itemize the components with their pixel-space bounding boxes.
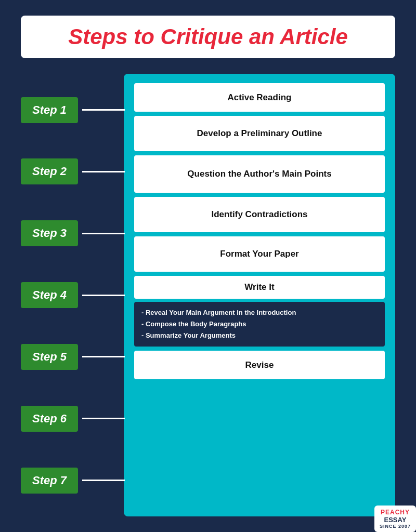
- step-row-3: Step 3: [21, 210, 125, 257]
- logo-top: PEACHY: [381, 509, 410, 516]
- right-panel: Active Reading Develop a Preliminary Out…: [124, 74, 395, 516]
- step-line-6: [82, 418, 125, 419]
- step-badge-6: Step 6: [21, 406, 78, 432]
- step-row-1: Step 1: [21, 87, 125, 134]
- step-row-5: Step 5: [21, 334, 125, 380]
- step-line-1: [82, 109, 125, 111]
- step6-sub3: - Summarize Your Arguments: [141, 330, 378, 341]
- step-row-7: Step 7: [21, 457, 125, 504]
- step-badge-1: Step 1: [21, 97, 78, 123]
- step-row-4: Step 4: [21, 272, 125, 318]
- step1-item: Active Reading: [134, 83, 385, 112]
- step-row-2: Step 2: [21, 148, 125, 195]
- step6-sublist: - Reveal Your Main Argument in the Intro…: [134, 302, 385, 347]
- step6-write-item: Write It: [134, 276, 385, 299]
- step7-item: Revise: [134, 351, 385, 379]
- step-row-6: Step 6: [21, 395, 125, 442]
- step-line-2: [82, 171, 125, 172]
- step-badge-7: Step 7: [21, 468, 78, 494]
- step6-sub2: - Compose the Body Paragraphs: [141, 318, 378, 330]
- step-badge-5: Step 5: [21, 344, 78, 370]
- page-title: Steps to Critique an Article: [42, 25, 374, 49]
- step-line-5: [82, 356, 125, 357]
- step-badge-2: Step 2: [21, 158, 78, 184]
- step5-item: Format Your Paper: [134, 236, 385, 272]
- step-line-7: [82, 480, 125, 481]
- logo-main: ESSAY: [384, 516, 407, 524]
- logo-bottom: SINCE 2007: [380, 524, 411, 529]
- steps-column: Step 1 Step 2 Step 3 Step 4 Step 5 Step …: [21, 74, 125, 516]
- step-line-3: [82, 233, 125, 234]
- step-line-4: [82, 295, 125, 296]
- main-content: Step 1 Step 2 Step 3 Step 4 Step 5 Step …: [21, 74, 395, 516]
- step6-group: Write It - Reveal Your Main Argument in …: [134, 276, 385, 347]
- step6-sub1: - Reveal Your Main Argument in the Intro…: [141, 307, 378, 318]
- step2-item: Develop a Preliminary Outline: [134, 116, 385, 151]
- logo: PEACHY ESSAY SINCE 2007: [374, 506, 416, 532]
- step3-item: Question the Author's Main Points: [134, 155, 385, 193]
- step4-item: Identify Contradictions: [134, 197, 385, 232]
- step-badge-3: Step 3: [21, 220, 78, 246]
- title-box: Steps to Critique an Article: [21, 16, 395, 58]
- step-badge-4: Step 4: [21, 282, 78, 308]
